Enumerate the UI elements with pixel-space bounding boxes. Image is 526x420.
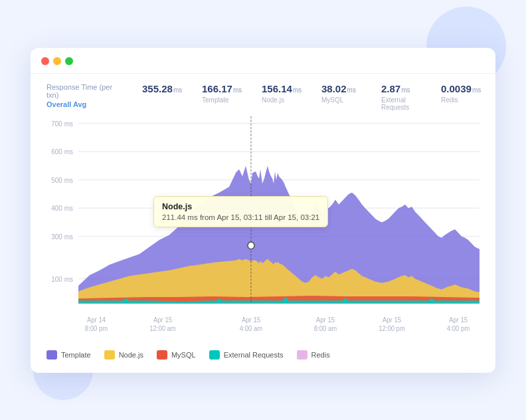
svg-text:500 ms: 500 ms [51, 176, 73, 183]
metric-label-group: Response Time (per txn) Overall Avg [46, 83, 126, 108]
legend-redis: Redis [297, 350, 330, 360]
svg-point-13 [124, 298, 128, 302]
metric-value-3: 38.02ms [321, 83, 368, 95]
legend-swatch-redis [297, 350, 307, 360]
legend-label-redis: Redis [311, 351, 330, 359]
svg-point-16 [343, 298, 347, 302]
response-time-label: Response Time (per txn) [46, 83, 126, 99]
main-card: Response Time (per txn) Overall Avg 355.… [31, 48, 495, 373]
svg-text:600 ms: 600 ms [51, 148, 73, 156]
legend-label-template: Template [61, 351, 91, 359]
metric-nodejs: 156.14ms Node.js [262, 83, 308, 104]
dot-green[interactable] [65, 57, 73, 65]
svg-point-15 [284, 298, 288, 302]
metric-value-2: 156.14ms [262, 83, 308, 95]
svg-text:Apr 14: Apr 14 [87, 316, 106, 323]
overall-avg-sublabel: Overall Avg [46, 100, 126, 108]
metric-name-4: External Requests [381, 96, 428, 111]
svg-text:400 ms: 400 ms [51, 205, 73, 212]
metric-name-1: Template [202, 96, 248, 104]
svg-text:100 ms: 100 ms [51, 275, 73, 282]
metric-value-1: 166.17ms [202, 83, 248, 95]
svg-point-17 [430, 298, 434, 302]
svg-point-19 [248, 242, 254, 249]
metric-external: 2.87ms External Requests [381, 83, 428, 111]
metric-name-2: Node.js [262, 96, 308, 104]
svg-text:8:00 pm: 8:00 pm [85, 324, 108, 332]
legend-external: External Requests [209, 350, 284, 360]
legend-label-nodejs: Node.js [119, 351, 143, 359]
svg-point-14 [217, 298, 221, 302]
svg-text:4:00 pm: 4:00 pm [447, 324, 470, 332]
svg-text:Apr 15: Apr 15 [242, 316, 261, 323]
metric-mysql: 38.02ms MySQL [321, 83, 368, 104]
svg-text:8:00 am: 8:00 am [314, 324, 337, 332]
page-wrapper: Response Time (per txn) Overall Avg 355.… [0, 0, 526, 420]
metric-redis: 0.0039ms Redis [441, 83, 487, 104]
metric-template: 166.17ms Template [202, 83, 248, 104]
legend-swatch-template [46, 350, 57, 360]
chart-container: Node.js 211.44 ms from Apr 15, 03:11 til… [31, 116, 495, 342]
metric-name-3: MySQL [321, 96, 368, 104]
svg-text:Apr 15: Apr 15 [383, 316, 402, 323]
metric-value-0: 355.28ms [142, 83, 189, 95]
metrics-row: Response Time (per txn) Overall Avg 355.… [31, 74, 495, 116]
svg-text:Apr 15: Apr 15 [316, 316, 335, 323]
svg-text:300 ms: 300 ms [51, 233, 73, 240]
legend-nodejs: Node.js [104, 350, 143, 360]
chart-legend: Template Node.js MySQL External Requests… [31, 342, 495, 360]
metric-value-4: 2.87ms [381, 83, 428, 95]
metric-value-5: 0.0039ms [441, 83, 487, 95]
metric-name-5: Redis [441, 96, 487, 104]
svg-text:12:00 pm: 12:00 pm [379, 324, 405, 332]
legend-template: Template [46, 350, 91, 360]
legend-swatch-nodejs [104, 350, 115, 360]
svg-text:12:00 am: 12:00 am [149, 324, 176, 332]
legend-mysql: MySQL [157, 350, 196, 360]
legend-label-external: External Requests [224, 351, 284, 359]
chart-svg: 700 ms 600 ms 500 ms 400 ms 300 ms 100 m… [46, 116, 480, 342]
svg-text:Apr 15: Apr 15 [449, 316, 468, 323]
titlebar [31, 48, 495, 74]
legend-swatch-external [209, 350, 220, 360]
metric-overall-avg: 355.28ms [142, 83, 189, 96]
svg-text:Apr 15: Apr 15 [153, 316, 173, 323]
legend-label-mysql: MySQL [171, 351, 196, 359]
svg-text:4:00 am: 4:00 am [240, 324, 262, 332]
svg-text:700 ms: 700 ms [51, 120, 73, 127]
dot-red[interactable] [41, 57, 49, 65]
dot-yellow[interactable] [53, 57, 61, 65]
legend-swatch-mysql [157, 350, 167, 360]
